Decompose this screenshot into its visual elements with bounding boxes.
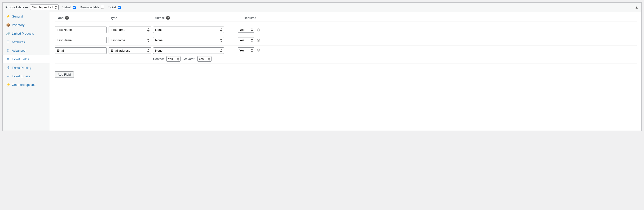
- gear-icon: ⚙: [6, 49, 10, 52]
- remove-cell-1: ⊗: [256, 27, 263, 33]
- sidebar-item-label: Ticket Fields: [12, 57, 29, 61]
- sidebar-item-general[interactable]: ⚡ General: [2, 12, 50, 21]
- fields-table-header: Label ? Type Auto-fill ? Required: [55, 16, 637, 22]
- label-input-2[interactable]: [55, 37, 107, 43]
- printer-icon: 🖨: [6, 66, 10, 69]
- type-cell-3: First name Last name Email address Phone…: [108, 47, 151, 54]
- main-content: Label ? Type Auto-fill ? Required: [50, 12, 642, 131]
- sidebar-item-label: Attributes: [12, 40, 25, 44]
- virtual-label: Virtual:: [62, 6, 72, 9]
- ticket-checkbox[interactable]: [118, 6, 121, 9]
- add-field-wrapper: Add Field: [55, 68, 637, 78]
- remove-cell-2: ⊗: [256, 38, 263, 43]
- collapse-button[interactable]: ▲: [635, 5, 638, 10]
- header-options: Virtual: Downloadable: Ticket:: [62, 6, 121, 9]
- sidebar-item-label: Ticket Printing: [12, 66, 31, 69]
- sidebar-item-label: General: [12, 15, 23, 18]
- col-header-required: Required: [228, 16, 256, 20]
- gravatar-select[interactable]: Yes No: [197, 56, 212, 62]
- inventory-icon: 📦: [6, 23, 10, 27]
- sidebar-item-ticket-printing[interactable]: 🖨 Ticket Printing: [2, 63, 50, 72]
- autofill-help-icon[interactable]: ?: [166, 16, 170, 20]
- required-select-2[interactable]: Yes No: [238, 37, 254, 43]
- sidebar-item-label: Linked Products: [12, 32, 34, 35]
- sidebar-item-get-more-options[interactable]: ⚡ Get more options: [2, 80, 50, 89]
- required-select-3[interactable]: Yes No: [238, 47, 254, 53]
- sidebar-item-ticket-emails[interactable]: ✉ Ticket Emails: [2, 72, 50, 80]
- type-select-3[interactable]: First name Last name Email address Phone…: [108, 47, 151, 54]
- remove-row-3-button[interactable]: ⊗: [256, 47, 261, 53]
- sidebar: ⚡ General 📦 Inventory 🔗 Linked Products …: [2, 12, 50, 131]
- virtual-option[interactable]: Virtual:: [62, 6, 76, 9]
- sidebar-item-linked-products[interactable]: 🔗 Linked Products: [2, 29, 50, 38]
- col-header-type: Type: [110, 16, 153, 20]
- general-icon: ⚡: [6, 15, 10, 18]
- required-cell-2: Yes No: [226, 37, 254, 43]
- col-header-label: Label ?: [56, 16, 108, 20]
- autofill-select-3[interactable]: None First name Last name Email: [153, 47, 224, 54]
- required-select-1[interactable]: Yes No: [238, 27, 254, 33]
- product-data-title: Product data —: [6, 6, 28, 9]
- type-cell-2: First name Last name Email address Phone…: [108, 37, 151, 43]
- ticket-label: Ticket:: [108, 6, 117, 9]
- autofill-select-2[interactable]: None First name Last name Email: [153, 37, 224, 43]
- label-cell-1: [55, 27, 107, 33]
- sidebar-item-label: Advanced: [12, 49, 26, 52]
- product-data-header: Product data — Simple product Virtual: D…: [2, 3, 642, 12]
- type-select-2[interactable]: First name Last name Email address Phone…: [108, 37, 151, 43]
- required-cell-3: Yes No: [226, 47, 254, 53]
- downloadable-option[interactable]: Downloadable:: [80, 6, 104, 9]
- attributes-icon: ☰: [6, 40, 10, 44]
- sidebar-item-label: Ticket Emails: [12, 74, 30, 78]
- add-field-button[interactable]: Add Field: [55, 71, 74, 78]
- remove-row-1-button[interactable]: ⊗: [256, 27, 261, 33]
- product-type-select[interactable]: Simple product: [30, 5, 59, 10]
- autofill-cell-1: None First name Last name Email: [153, 27, 224, 33]
- remove-cell-3: ⊗: [256, 47, 263, 53]
- gravatar-label: Gravatar:: [182, 57, 195, 61]
- link-icon: 🔗: [6, 32, 10, 35]
- sidebar-item-attributes[interactable]: ☰ Attributes: [2, 38, 50, 46]
- downloadable-label: Downloadable:: [80, 6, 100, 9]
- table-row: First name Last name Email address Phone…: [55, 35, 637, 46]
- product-data-body: ⚡ General 📦 Inventory 🔗 Linked Products …: [2, 12, 642, 131]
- autofill-select-1[interactable]: None First name Last name Email: [153, 27, 224, 33]
- label-input-3[interactable]: [55, 47, 107, 54]
- label-help-icon[interactable]: ?: [65, 16, 69, 20]
- label-cell-3: [55, 47, 107, 54]
- contact-gravatar-row: Contact: Yes No Gravatar: Yes No: [153, 56, 224, 62]
- sidebar-item-advanced[interactable]: ⚙ Advanced: [2, 46, 50, 55]
- sidebar-item-inventory[interactable]: 📦 Inventory: [2, 21, 50, 29]
- autofill-cell-2: None First name Last name Email: [153, 37, 224, 43]
- ticket-fields-icon: ≡: [6, 57, 10, 61]
- required-cell-1: Yes No: [226, 27, 254, 33]
- autofill-cell-3: None First name Last name Email Contact:…: [153, 47, 224, 62]
- col-header-autofill: Auto-fill ?: [155, 16, 226, 20]
- table-row: First name Last name Email address Phone…: [55, 46, 637, 64]
- sidebar-item-ticket-fields[interactable]: ≡ Ticket Fields: [2, 55, 50, 63]
- remove-row-2-button[interactable]: ⊗: [256, 38, 261, 43]
- product-data-container: Product data — Simple product Virtual: D…: [2, 2, 642, 131]
- type-cell-1: First name Last name Email address Phone…: [108, 27, 151, 33]
- sidebar-item-label: Get more options: [12, 83, 36, 86]
- virtual-checkbox[interactable]: [73, 6, 76, 9]
- contact-select[interactable]: Yes No: [166, 56, 180, 62]
- label-input-1[interactable]: [55, 27, 107, 33]
- downloadable-checkbox[interactable]: [101, 6, 104, 9]
- email-icon: ✉: [6, 74, 10, 78]
- star-icon: ⚡: [6, 83, 10, 86]
- label-cell-2: [55, 37, 107, 43]
- table-row: First name Last name Email address Phone…: [55, 25, 637, 35]
- sidebar-item-label: Inventory: [12, 23, 24, 27]
- contact-label: Contact:: [153, 57, 164, 61]
- type-select-1[interactable]: First name Last name Email address Phone…: [108, 27, 151, 33]
- ticket-option[interactable]: Ticket:: [108, 6, 121, 9]
